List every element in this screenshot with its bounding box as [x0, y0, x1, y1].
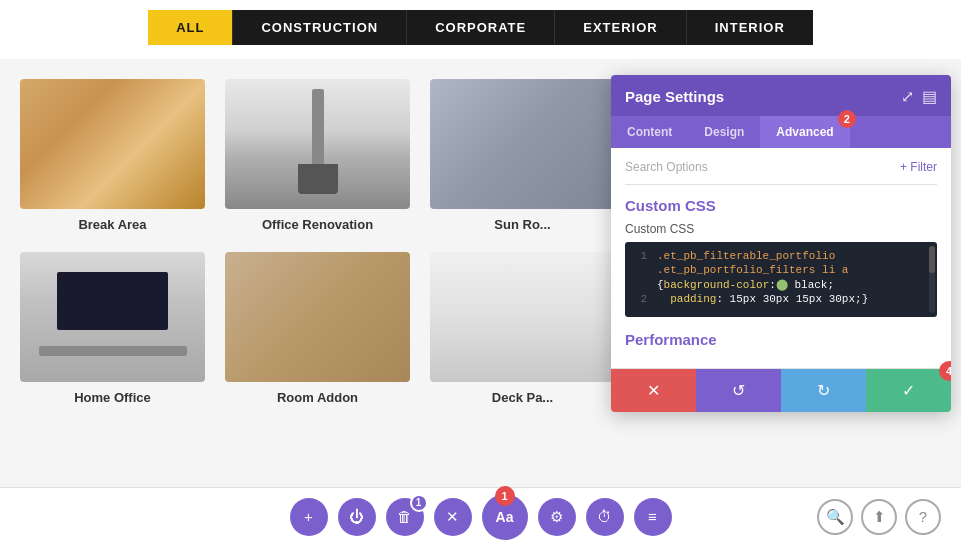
list-item[interactable]: Room Addon — [225, 252, 410, 405]
portfolio-thumb — [430, 252, 615, 382]
performance-section: Performance — [625, 331, 937, 348]
portfolio-grid: Break Area Office Renovation Sun Ro... — [0, 59, 580, 415]
portfolio-thumb — [225, 252, 410, 382]
tab-advanced[interactable]: Advanced 2 — [760, 116, 849, 148]
panel-footer: ✕ ↺ ↻ ✓ 4 — [611, 368, 951, 412]
undo-button[interactable]: ↺ — [696, 369, 781, 412]
portfolio-label: Office Renovation — [262, 217, 373, 232]
performance-section-title: Performance — [625, 331, 937, 348]
panel-header-icons: ⤢ ▤ — [901, 87, 937, 116]
search-options-text: Search Options — [625, 160, 708, 174]
portfolio-label: Sun Ro... — [494, 217, 550, 232]
save-badge: 4 — [939, 361, 951, 381]
toolbar-right: 🔍 ⬆ ? — [817, 499, 941, 535]
filter-tab-construction[interactable]: CONSTRUCTION — [233, 10, 407, 45]
portfolio-thumb — [20, 79, 205, 209]
history-button[interactable]: ⏱ — [586, 498, 624, 536]
panel-expand-icon[interactable]: ⤢ — [901, 87, 914, 106]
layers-button[interactable]: ≡ — [634, 498, 672, 536]
bottom-toolbar: + ⏻ 🗑 1 ✕ Aa 1 ⚙ ⏱ ≡ 🔍 ⬆ ? — [0, 487, 961, 545]
close-button[interactable]: ✕ — [434, 498, 472, 536]
custom-css-editor[interactable]: 1 .et_pb_filterable_portfolio .et_pb_por… — [625, 242, 937, 317]
add-button[interactable]: + — [290, 498, 328, 536]
filter-tab-corporate[interactable]: CORPORATE — [407, 10, 555, 45]
panel-collapse-icon[interactable]: ▤ — [922, 87, 937, 106]
code-scrollbar-thumb — [929, 246, 935, 273]
panel-title: Page Settings — [625, 88, 724, 115]
delete-button[interactable]: 🗑 1 — [386, 498, 424, 536]
portfolio-thumb — [430, 79, 615, 209]
page-settings-panel: Page Settings ⤢ ▤ Content Design Advance… — [611, 75, 951, 412]
portfolio-label: Room Addon — [277, 390, 358, 405]
panel-tabs: Content Design Advanced 2 — [611, 116, 951, 148]
portfolio-thumb — [225, 79, 410, 209]
custom-css-label: Custom CSS — [625, 222, 937, 236]
help-button[interactable]: ? — [905, 499, 941, 535]
save-button[interactable]: ✓ 4 — [866, 369, 951, 412]
step-badge: 1 — [495, 486, 515, 506]
tab-design[interactable]: Design — [688, 116, 760, 148]
list-item[interactable]: Deck Pa... — [430, 252, 615, 405]
filter-tab-interior[interactable]: INTERIOR — [687, 10, 813, 45]
filter-tab-exterior[interactable]: EXTERIOR — [555, 10, 686, 45]
list-item[interactable]: Sun Ro... — [430, 79, 615, 232]
portfolio-label: Deck Pa... — [492, 390, 553, 405]
panel-body: Search Options + Filter Custom CSS Custo… — [611, 148, 951, 368]
code-line-2: .et_pb_portfolio_filters li a — [635, 264, 927, 276]
search-filter-row: Search Options + Filter — [625, 160, 937, 185]
list-item[interactable]: Break Area — [20, 79, 205, 232]
filter-button[interactable]: + Filter — [900, 160, 937, 174]
delete-count-badge: 1 — [410, 494, 428, 512]
portability-button[interactable]: ⬆ — [861, 499, 897, 535]
advanced-badge: 2 — [838, 110, 856, 128]
filter-tab-all[interactable]: ALL — [148, 10, 233, 45]
code-line-1: 1 .et_pb_filterable_portfolio — [635, 250, 927, 262]
panel-header: Page Settings ⤢ ▤ — [611, 75, 951, 116]
redo-button[interactable]: ↻ — [781, 369, 866, 412]
main-content: ALL CONSTRUCTION CORPORATE EXTERIOR INTE… — [0, 0, 961, 487]
custom-css-section-title: Custom CSS — [625, 197, 937, 214]
tab-content[interactable]: Content — [611, 116, 688, 148]
list-item[interactable]: Home Office — [20, 252, 205, 405]
filter-tabs-container: ALL CONSTRUCTION CORPORATE EXTERIOR INTE… — [0, 0, 961, 59]
portfolio-label: Break Area — [78, 217, 146, 232]
code-scrollbar[interactable] — [929, 246, 935, 313]
list-item[interactable]: Office Renovation — [225, 79, 410, 232]
portfolio-label: Home Office — [74, 390, 151, 405]
power-button[interactable]: ⏻ — [338, 498, 376, 536]
settings-button[interactable]: ⚙ — [538, 498, 576, 536]
cancel-button[interactable]: ✕ — [611, 369, 696, 412]
text-button[interactable]: Aa 1 — [482, 494, 528, 540]
search-right-button[interactable]: 🔍 — [817, 499, 853, 535]
code-line-3: {background-color:⬤ black; — [635, 278, 927, 291]
code-line-4: 2 padding: 15px 30px 15px 30px;} — [635, 293, 927, 305]
portfolio-thumb — [20, 252, 205, 382]
